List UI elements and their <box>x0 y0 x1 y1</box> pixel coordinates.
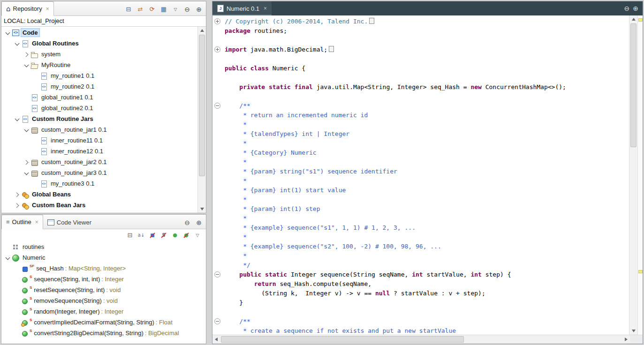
tab-outline[interactable]: ≡ Outline × <box>1 215 43 229</box>
scrollbar-thumb[interactable] <box>630 23 636 147</box>
outline-tree-item[interactable]: Numeric <box>1 252 206 263</box>
repo-tree-item[interactable]: Code <box>1 27 197 38</box>
code-line[interactable]: public static Integer sequence(String se… <box>212 270 629 279</box>
code-line[interactable]: * {param} int(1) step <box>212 204 629 214</box>
code-line[interactable]: /** <box>212 101 629 111</box>
code-line[interactable]: package routines; <box>212 26 629 36</box>
code-line[interactable]: * <box>212 120 629 129</box>
maximize-icon[interactable]: ⊕ <box>633 5 638 12</box>
code-line[interactable]: return seq_Hash.compute(seqName, <box>212 279 629 289</box>
repository-scrollbar[interactable] <box>197 27 206 213</box>
tab-numeric-editor[interactable]: J Numeric 0.1 × <box>212 1 272 15</box>
code-line[interactable]: * create a sequence if not exists and pu… <box>212 326 629 335</box>
code-line[interactable]: * <box>212 158 629 167</box>
hide-fields-icon[interactable]: ■ <box>149 232 156 239</box>
tab-repository[interactable]: ⌂ Repository × <box>1 1 54 16</box>
scroll-up-icon[interactable] <box>198 27 206 34</box>
chevron-expanded-icon[interactable] <box>4 254 12 262</box>
chevron-collapsed-icon[interactable] <box>14 202 21 209</box>
view-menu-icon[interactable]: ▽ <box>194 232 201 239</box>
close-icon[interactable]: × <box>35 219 38 225</box>
scroll-left-icon[interactable] <box>212 335 220 344</box>
scroll-down-icon[interactable] <box>629 327 637 335</box>
folded-region-box[interactable] <box>329 46 334 52</box>
collapse-all-icon[interactable]: ⊟ <box>125 6 132 13</box>
code-line[interactable]: * <box>212 251 629 261</box>
repo-tree-item[interactable]: Custom Bean Jars <box>1 200 197 210</box>
outline-tree-item[interactable]: SremoveSequence(String) : void <box>1 295 206 306</box>
fold-collapse-icon[interactable] <box>214 318 220 324</box>
close-icon[interactable]: × <box>264 5 267 12</box>
code-line[interactable] <box>212 73 629 82</box>
repo-tree-item[interactable]: inner_routine11 0.1 <box>1 135 197 146</box>
minimize-icon[interactable]: ⊖ <box>183 219 191 226</box>
chevron-expanded-icon[interactable] <box>23 169 30 177</box>
refresh-icon[interactable]: ⟳ <box>148 6 156 13</box>
outline-tree-item[interactable]: SFseq_Hash : Map<String, Integer> <box>1 263 206 274</box>
repo-tree-item[interactable]: global_routine2 0.1 <box>1 103 197 113</box>
chevron-collapsed-icon[interactable] <box>23 51 30 58</box>
hide-local-types-icon[interactable]: ● <box>182 232 190 239</box>
code-line[interactable]: * <box>212 139 629 148</box>
table-view-icon[interactable]: ▦ <box>160 6 167 13</box>
repo-tree-item[interactable]: custom_routine_jar1 0.1 <box>1 124 197 135</box>
code-line[interactable]: * <box>212 176 629 186</box>
scroll-down-icon[interactable] <box>198 205 206 213</box>
outline-tree-item[interactable]: Srandom(Integer, Integer) : Integer <box>1 306 206 317</box>
repo-tree-item[interactable]: my_routine1 0.1 <box>1 70 197 81</box>
sort-icon[interactable]: a↓ <box>137 232 145 239</box>
code-line[interactable]: * return an incremented numeric id <box>212 111 629 120</box>
editor-vertical-scrollbar[interactable] <box>629 15 637 335</box>
fold-expand-icon[interactable] <box>214 18 220 24</box>
code-line[interactable] <box>212 54 629 64</box>
minimize-icon[interactable]: ⊖ <box>183 6 191 13</box>
code-line[interactable]: * <box>212 214 629 223</box>
chevron-expanded-icon[interactable] <box>23 126 30 134</box>
minimize-icon[interactable]: ⊖ <box>624 5 630 12</box>
view-menu-icon[interactable]: ▽ <box>172 6 179 13</box>
code-line[interactable]: * <box>212 232 629 242</box>
code-line[interactable]: /** <box>212 317 629 326</box>
outline-tree-item[interactable]: Ssequence(String, int, int) : Integer <box>1 274 206 285</box>
chevron-collapsed-icon[interactable] <box>14 191 21 198</box>
chevron-collapsed-icon[interactable] <box>23 158 30 166</box>
collapse-all-icon[interactable]: ⊟ <box>126 232 134 239</box>
code-area[interactable]: // Copyright (c) 2006-2014, Talend Inc.p… <box>212 15 629 335</box>
filter-public-icon[interactable]: ● <box>171 232 179 239</box>
code-line[interactable]: * {param} string("s1") sequence identifi… <box>212 167 629 176</box>
repo-tree-item[interactable]: Global Beans <box>1 189 197 200</box>
outline-tree-item[interactable]: SresetSequence(String, int) : void <box>1 285 206 295</box>
code-line[interactable]: * <box>212 195 629 204</box>
repo-tree-item[interactable]: inner_routine12 0.1 <box>1 146 197 157</box>
repo-tree-item[interactable]: MyRoutine <box>1 60 197 70</box>
chevron-expanded-icon[interactable] <box>23 61 30 69</box>
code-line[interactable]: * {param} int(1) start value <box>212 186 629 195</box>
scrollbar-thumb[interactable] <box>199 35 205 176</box>
code-line[interactable]: (String k, Integer v) -> v == null ? sta… <box>212 289 629 298</box>
maximize-icon[interactable]: ⊕ <box>195 219 203 226</box>
code-line[interactable]: * {talendTypes} int | Integer <box>212 129 629 139</box>
code-line[interactable]: * {Category} Numeric <box>212 148 629 158</box>
link-with-editor-icon[interactable]: ⇄ <box>136 6 144 13</box>
repo-tree-item[interactable]: my_routine2 0.1 <box>1 81 197 92</box>
annotation-marker[interactable] <box>638 18 643 22</box>
scrollbar-thumb[interactable] <box>221 336 464 343</box>
code-line[interactable]: */ <box>212 261 629 270</box>
editor-horizontal-scrollbar[interactable] <box>212 335 630 344</box>
code-line[interactable] <box>212 36 629 45</box>
repo-tree-item[interactable]: my_routine3 0.1 <box>1 178 197 189</box>
code-line[interactable]: } <box>212 298 629 308</box>
fold-expand-icon[interactable] <box>214 46 220 52</box>
code-line[interactable]: import java.math.BigDecimal; <box>212 45 629 54</box>
repo-tree-item[interactable]: system <box>1 49 197 60</box>
folded-region-box[interactable] <box>369 18 374 24</box>
code-line[interactable] <box>212 308 629 317</box>
outline-tree-item[interactable]: routines <box>1 241 206 252</box>
code-line[interactable]: * {example} sequence("s1", 1, 1) # 1, 2,… <box>212 223 629 232</box>
tab-code-viewer[interactable]: Code Viewer <box>43 216 96 229</box>
annotation-marker[interactable] <box>638 270 643 273</box>
close-icon[interactable]: × <box>46 6 49 12</box>
hide-static-icon[interactable]: S <box>160 232 167 239</box>
chevron-expanded-icon[interactable] <box>4 29 12 37</box>
outline-tree-item[interactable]: SconvertString2BigDecimal(String, String… <box>1 328 206 338</box>
